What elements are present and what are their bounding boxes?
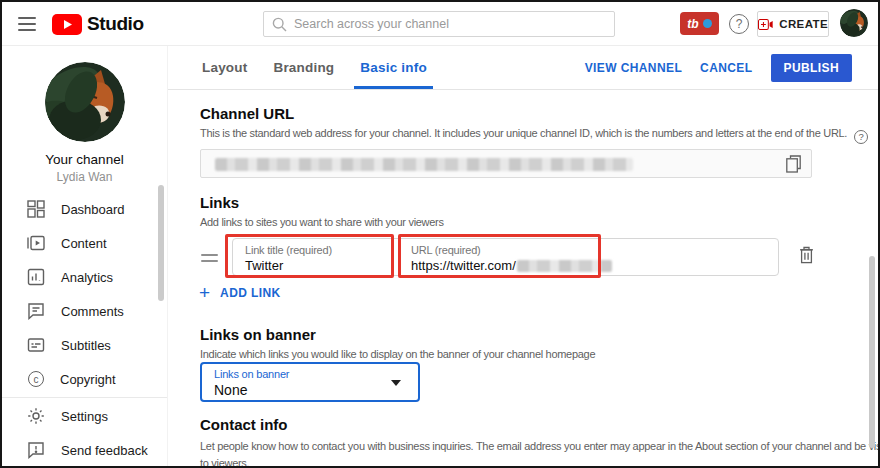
links-title: Links <box>200 194 239 211</box>
sidebar-item-label: Content <box>61 236 107 251</box>
help-circle-icon[interactable]: ? <box>854 130 868 144</box>
account-avatar[interactable] <box>840 9 868 37</box>
hamburger-menu-icon[interactable] <box>18 17 36 31</box>
feedback-icon <box>27 441 45 459</box>
content-icon <box>27 234 45 252</box>
tubebuddy-extension-icon[interactable]: tb <box>680 12 719 35</box>
channel-avatar <box>45 62 125 142</box>
sidebar-item-settings[interactable]: Settings <box>2 399 167 433</box>
sidebar-item-label: Analytics <box>61 270 113 285</box>
account-avatar-image <box>840 9 868 37</box>
publish-button[interactable]: PUBLISH <box>771 54 852 82</box>
search-box[interactable] <box>263 11 615 37</box>
channel-title: Your channel <box>2 152 167 167</box>
channel-owner-name: Lydia Wan <box>2 170 167 184</box>
studio-wordmark: Studio <box>87 13 144 35</box>
youtube-studio-window: Studio tb ? CREATE <box>0 0 880 468</box>
search-input[interactable] <box>294 17 606 31</box>
sidebar-item-analytics[interactable]: Analytics <box>2 260 167 294</box>
subtitles-icon <box>27 336 45 354</box>
search-icon <box>272 17 287 32</box>
contact-info-title: Contact info <box>200 416 288 433</box>
links-on-banner-description: Indicate which links you would like to d… <box>200 348 595 360</box>
sidebar-item-dashboard[interactable]: Dashboard <box>2 192 167 226</box>
link-row: Link title (required) Twitter URL (requi… <box>232 238 779 276</box>
header-actions: VIEW CHANNEL CANCEL PUBLISH <box>585 46 852 89</box>
delete-link-icon[interactable] <box>799 246 814 264</box>
sidebar-item-label: Comments <box>61 304 124 319</box>
channel-url-redacted-value <box>215 158 633 171</box>
dropdown-arrow-icon <box>391 380 401 386</box>
tab-bar: Layout Branding Basic info <box>202 46 427 89</box>
sidebar-item-label: Dashboard <box>61 202 125 217</box>
tab-divider <box>168 89 878 90</box>
tab-basic-info[interactable]: Basic info <box>360 46 427 89</box>
dashboard-icon <box>27 200 45 218</box>
main-scrollbar[interactable] <box>869 256 875 448</box>
links-on-banner-dropdown[interactable]: Links on banner None <box>200 362 420 402</box>
sidebar-item-send-feedback[interactable]: Send feedback <box>2 433 167 467</box>
youtube-logo-icon <box>52 14 82 35</box>
sidebar: Your channel Lydia Wan Dashboard Content <box>2 46 168 466</box>
channel-avatar-image <box>45 62 125 142</box>
create-button[interactable]: CREATE <box>757 11 829 37</box>
cancel-button[interactable]: CANCEL <box>700 61 752 75</box>
dropdown-label: Links on banner <box>214 368 289 380</box>
channel-url-title: Channel URL <box>200 105 294 122</box>
links-on-banner-title: Links on banner <box>200 326 316 343</box>
sidebar-divider <box>2 397 167 398</box>
add-link-button[interactable]: + ADD LINK <box>199 284 281 302</box>
dropdown-selected-value: None <box>214 382 247 398</box>
link-url-label: URL (required) <box>411 244 481 256</box>
link-url-redacted-part <box>517 260 612 272</box>
tab-layout[interactable]: Layout <box>202 46 247 89</box>
plus-icon: + <box>199 284 210 302</box>
copy-icon[interactable] <box>786 155 801 173</box>
contact-info-description: Let people know how to contact you with … <box>200 438 880 468</box>
sidebar-item-copyright[interactable]: c Copyright <box>2 362 167 396</box>
channel-url-description: This is the standard web address for you… <box>200 127 868 144</box>
settings-gear-icon <box>27 407 45 425</box>
sidebar-item-label: Settings <box>61 409 108 424</box>
topbar: Studio tb ? CREATE <box>2 2 878 46</box>
main-content: Layout Branding Basic info VIEW CHANNEL … <box>168 46 878 466</box>
sidebar-item-subtitles[interactable]: Subtitles <box>2 328 167 362</box>
sidebar-item-label: Copyright <box>60 372 116 387</box>
tab-branding[interactable]: Branding <box>273 46 334 89</box>
analytics-icon <box>27 268 45 286</box>
sidebar-scrollbar[interactable] <box>158 185 164 301</box>
sidebar-item-label: Subtitles <box>61 338 111 353</box>
sidebar-item-content[interactable]: Content <box>2 226 167 260</box>
link-title-label: Link title (required) <box>245 244 332 256</box>
channel-url-field[interactable] <box>200 149 812 178</box>
sidebar-menu: Dashboard Content Analytics <box>2 192 167 467</box>
links-description: Add links to sites you want to share wit… <box>200 216 444 228</box>
sidebar-item-label: Send feedback <box>61 443 148 458</box>
link-title-input[interactable]: Twitter <box>245 258 283 273</box>
copyright-icon: c <box>28 371 44 387</box>
youtube-studio-logo[interactable]: Studio <box>52 13 144 35</box>
drag-handle[interactable] <box>201 254 218 262</box>
tubebuddy-dot <box>703 19 712 28</box>
link-url-input[interactable]: https://twitter.com/ <box>411 258 612 273</box>
create-video-icon <box>758 17 773 32</box>
view-channel-button[interactable]: VIEW CHANNEL <box>585 61 682 75</box>
comments-icon <box>27 302 45 320</box>
help-icon[interactable]: ? <box>729 14 749 34</box>
sidebar-item-comments[interactable]: Comments <box>2 294 167 328</box>
